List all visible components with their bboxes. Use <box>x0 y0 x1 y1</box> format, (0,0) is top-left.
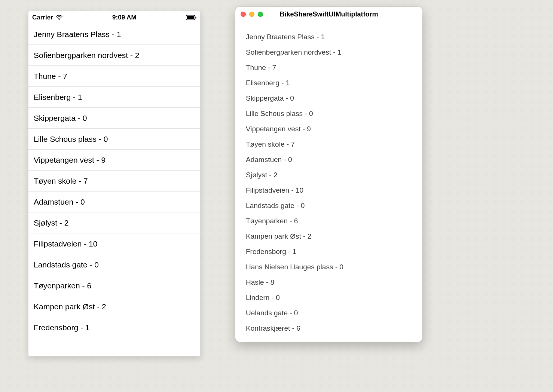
station-label: Sjølyst - 2 <box>34 218 68 227</box>
list-item[interactable]: Hasle - 8 <box>246 275 412 290</box>
list-item[interactable]: Tøyen skole - 7 <box>28 171 200 192</box>
list-item[interactable]: Tøyenparken - 6 <box>246 213 412 229</box>
list-item[interactable]: Adamstuen - 0 <box>28 192 200 212</box>
station-label: Lille Schous plass - 0 <box>246 110 313 117</box>
mac-station-list[interactable]: Jenny Braatens Plass - 1Sofienbergparken… <box>235 22 422 336</box>
list-item[interactable]: Skippergata - 0 <box>28 108 200 129</box>
station-label: Jenny Braatens Plass - 1 <box>246 33 325 41</box>
list-item[interactable]: Thune - 7 <box>246 60 412 75</box>
iphone-simulator: Carrier 9:09 AM Jenny Braatens Plas <box>28 11 201 356</box>
station-label: Vippetangen vest - 9 <box>34 156 106 165</box>
list-item[interactable]: Hans Nielsen Hauges plass - 0 <box>246 259 412 275</box>
list-item[interactable]: Sofienbergparken nordvest - 1 <box>246 45 412 60</box>
station-label: Sofienbergparken nordvest - 1 <box>246 48 342 56</box>
list-item[interactable]: Jenny Braatens Plass - 1 <box>28 24 200 45</box>
list-item[interactable]: Sofienbergparken nordvest - 2 <box>28 45 200 66</box>
ios-station-list[interactable]: Jenny Braatens Plass - 1Sofienbergparken… <box>28 24 200 338</box>
close-icon[interactable] <box>241 12 246 17</box>
list-item[interactable]: Uelands gate - 0 <box>246 305 412 321</box>
clock-label: 9:09 AM <box>112 14 137 21</box>
zoom-icon[interactable] <box>258 12 263 17</box>
svg-point-0 <box>58 19 59 20</box>
mac-window: BikeShareSwiftUIMultiplatform Jenny Braa… <box>235 7 422 342</box>
svg-rect-3 <box>195 16 196 19</box>
station-label: Tøyen skole - 7 <box>34 177 88 186</box>
station-label: Tøyenparken - 6 <box>246 217 298 225</box>
station-label: Fredensborg - 1 <box>246 248 296 255</box>
list-item[interactable]: Landstads gate - 0 <box>28 254 200 275</box>
window-controls <box>241 12 263 17</box>
list-item[interactable]: Tøyenparken - 6 <box>28 275 200 296</box>
station-label: Skippergata - 0 <box>34 114 87 123</box>
list-item[interactable]: Lindern - 0 <box>246 290 412 305</box>
station-label: Uelands gate - 0 <box>246 309 298 317</box>
ios-status-bar: Carrier 9:09 AM <box>28 11 200 24</box>
list-item[interactable]: Kampen park Øst - 2 <box>28 296 200 317</box>
station-label: Tøyenparken - 6 <box>34 281 91 290</box>
station-label: Lindern - 0 <box>246 294 280 301</box>
station-label: Sjølyst - 2 <box>246 171 277 179</box>
list-item[interactable]: Skippergata - 0 <box>246 91 412 106</box>
list-item[interactable]: Filipstadveien - 10 <box>28 233 200 254</box>
station-label: Fredensborg - 1 <box>34 323 89 332</box>
station-label: Kontraskjæret - 6 <box>246 324 300 332</box>
station-label: Filipstadveien - 10 <box>34 239 97 248</box>
list-item[interactable]: Tøyen skole - 7 <box>246 137 412 152</box>
list-item[interactable]: Lille Schous plass - 0 <box>246 106 412 121</box>
list-item[interactable]: Adamstuen - 0 <box>246 152 412 167</box>
carrier-label: Carrier <box>32 14 53 21</box>
minimize-icon[interactable] <box>249 12 254 17</box>
wifi-icon <box>55 14 63 21</box>
ios-status-left: Carrier <box>32 14 63 21</box>
station-label: Thune - 7 <box>34 72 67 81</box>
station-label: Adamstuen - 0 <box>246 156 292 163</box>
station-label: Landstads gate - 0 <box>34 260 99 269</box>
station-label: Hans Nielsen Hauges plass - 0 <box>246 263 343 271</box>
list-item[interactable]: Fredensborg - 1 <box>28 317 200 338</box>
station-label: Thune - 7 <box>246 64 276 71</box>
station-label: Hasle - 8 <box>246 278 274 286</box>
station-label: Skippergata - 0 <box>246 94 294 102</box>
station-label: Lille Schous plass - 0 <box>34 135 108 144</box>
window-title: BikeShareSwiftUIMultiplatform <box>279 10 378 18</box>
list-item[interactable]: Elisenberg - 1 <box>246 75 412 91</box>
list-item[interactable]: Kampen park Øst - 2 <box>246 229 412 244</box>
list-item[interactable]: Elisenberg - 1 <box>28 87 200 108</box>
list-item[interactable]: Jenny Braatens Plass - 1 <box>246 29 412 45</box>
station-label: Landstads gate - 0 <box>246 202 305 209</box>
list-item[interactable]: Thune - 7 <box>28 66 200 87</box>
list-item[interactable]: Sjølyst - 2 <box>246 167 412 183</box>
station-label: Sofienbergparken nordvest - 2 <box>34 51 140 60</box>
station-label: Vippetangen vest - 9 <box>246 125 311 133</box>
station-label: Tøyen skole - 7 <box>246 140 295 148</box>
station-label: Kampen park Øst - 2 <box>246 232 311 240</box>
list-item[interactable]: Vippetangen vest - 9 <box>28 150 200 171</box>
list-item[interactable]: Landstads gate - 0 <box>246 198 412 213</box>
list-item[interactable]: Lille Schous plass - 0 <box>28 129 200 150</box>
battery-icon <box>186 15 196 20</box>
list-item[interactable]: Fredensborg - 1 <box>246 244 412 259</box>
list-item[interactable]: Vippetangen vest - 9 <box>246 121 412 137</box>
mac-titlebar: BikeShareSwiftUIMultiplatform <box>235 7 422 22</box>
station-label: Filipstadveien - 10 <box>246 186 303 194</box>
station-label: Elisenberg - 1 <box>34 93 82 102</box>
station-label: Kampen park Øst - 2 <box>34 302 106 311</box>
list-item[interactable]: Kontraskjæret - 6 <box>246 321 412 336</box>
list-item[interactable]: Filipstadveien - 10 <box>246 183 412 198</box>
svg-rect-2 <box>187 16 194 19</box>
list-item[interactable]: Sjølyst - 2 <box>28 212 200 233</box>
station-label: Adamstuen - 0 <box>34 197 85 206</box>
station-label: Elisenberg - 1 <box>246 79 290 87</box>
station-label: Jenny Braatens Plass - 1 <box>34 30 121 39</box>
ios-status-right <box>186 15 196 20</box>
